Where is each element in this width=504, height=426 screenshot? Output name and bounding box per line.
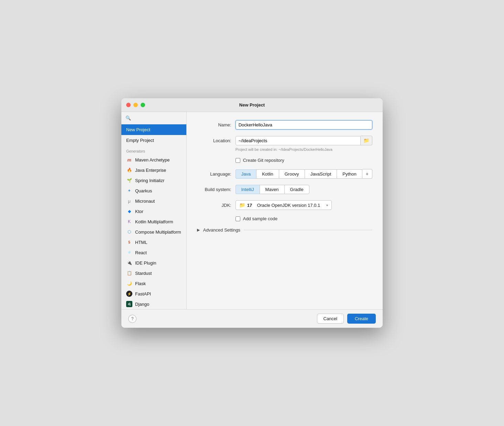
jdk-dropdown[interactable]: 📁 17 Oracle OpenJDK version 17.0.1 ▾ [235, 200, 332, 210]
maven-icon: m [126, 157, 132, 163]
ide-plugin-icon: 🔌 [126, 260, 132, 266]
sidebar-search-area: 🔍 [121, 112, 186, 124]
sidebar: 🔍 New Project Empty Project Generators m… [121, 112, 187, 309]
sidebar-item-new-project[interactable]: New Project [121, 124, 186, 135]
dialog-body: 🔍 New Project Empty Project Generators m… [121, 112, 383, 309]
footer-actions: Cancel Create [317, 314, 376, 324]
sidebar-item-kotlin-multiplatform[interactable]: K Kotlin Multiplatform [121, 216, 186, 227]
dialog-footer: ? Cancel Create [121, 309, 383, 328]
search-icon: 🔍 [125, 115, 131, 121]
language-python-button[interactable]: Python [337, 169, 362, 179]
new-project-dialog: New Project 🔍 New Project Empty Project … [121, 98, 383, 328]
create-git-row: Create Git repository [235, 158, 372, 163]
sidebar-item-maven-archetype[interactable]: m Maven Archetype [121, 155, 186, 165]
stardust-icon: 📋 [126, 270, 132, 276]
main-panel: Name: Location: 📁 Project will be cre [187, 112, 383, 309]
sidebar-item-compose-multiplatform[interactable]: ⬡ Compose Multiplatform [121, 227, 186, 237]
sidebar-item-ktor[interactable]: ◆ Ktor [121, 206, 186, 216]
advanced-settings-section: ▶ Advanced Settings [197, 227, 372, 233]
micronaut-icon: μ [126, 198, 132, 204]
create-git-label[interactable]: Create Git repository [243, 158, 284, 163]
location-input[interactable] [235, 136, 361, 145]
location-wrap: 📁 [235, 136, 372, 145]
quarkus-icon: ✦ [126, 188, 132, 194]
jdk-label: JDK: [197, 203, 231, 208]
language-groovy-button[interactable]: Groovy [279, 169, 305, 179]
react-icon: ⚛ [126, 249, 132, 256]
name-row: Name: [197, 120, 372, 130]
location-section: Location: 📁 Project will be created in: … [197, 136, 372, 152]
help-icon: ? [131, 316, 134, 321]
sidebar-item-fastapi[interactable]: ⚡ FastAPI [121, 289, 186, 299]
location-label: Location: [197, 138, 231, 143]
sidebar-item-django[interactable]: dj Django [121, 299, 186, 309]
maximize-button[interactable] [141, 103, 145, 107]
advanced-divider-line [244, 230, 372, 230]
build-system-button-group: IntelliJ Maven Gradle [235, 185, 309, 194]
sidebar-item-spring-initializr[interactable]: 🌱 Spring Initializr [121, 175, 186, 186]
browse-folder-button[interactable]: 📁 [361, 136, 372, 145]
chevron-down-icon: ▾ [326, 203, 328, 207]
kotlin-mp-icon: K [126, 218, 132, 225]
ktor-icon: ◆ [126, 208, 132, 214]
java-enterprise-icon: 🔥 [126, 167, 132, 173]
sidebar-item-ide-plugin[interactable]: 🔌 IDE Plugin [121, 258, 186, 268]
folder-icon: 📁 [363, 138, 369, 143]
compose-icon: ⬡ [126, 229, 132, 235]
advanced-settings-label[interactable]: Advanced Settings [203, 227, 240, 233]
language-kotlin-button[interactable]: Kotlin [256, 169, 279, 179]
build-gradle-button[interactable]: Gradle [284, 185, 309, 194]
sidebar-item-empty-project[interactable]: Empty Project [121, 135, 186, 146]
language-row: Language: Java Kotlin Groovy JavaScript … [197, 169, 372, 179]
build-system-label: Build system: [197, 187, 231, 192]
sidebar-item-java-enterprise[interactable]: 🔥 Java Enterprise [121, 165, 186, 175]
sidebar-item-html[interactable]: 5 HTML [121, 237, 186, 247]
window-controls [126, 103, 145, 107]
add-sample-code-row: Add sample code [235, 216, 372, 221]
build-intellij-button[interactable]: IntelliJ [235, 185, 260, 194]
html-icon: 5 [126, 239, 132, 245]
name-input[interactable] [235, 120, 372, 130]
django-icon: dj [126, 301, 132, 307]
minimize-button[interactable] [133, 103, 138, 107]
flask-icon: 🌙 [126, 280, 132, 287]
jdk-row: JDK: 📁 17 Oracle OpenJDK version 17.0.1 … [197, 200, 372, 210]
build-system-row: Build system: IntelliJ Maven Gradle [197, 185, 372, 194]
project-path-hint: Project will be created in: ~/IdeaProjec… [235, 147, 372, 152]
language-java-button[interactable]: Java [235, 169, 256, 179]
create-git-checkbox[interactable] [235, 158, 240, 163]
advanced-chevron-icon[interactable]: ▶ [197, 228, 200, 232]
sidebar-item-flask[interactable]: 🌙 Flask [121, 278, 186, 289]
create-button[interactable]: Create [347, 314, 376, 324]
language-label: Language: [197, 171, 231, 177]
language-button-group: Java Kotlin Groovy JavaScript Python [235, 169, 362, 179]
generators-section-label: Generators [121, 146, 186, 155]
language-javascript-button[interactable]: JavaScript [305, 169, 337, 179]
jdk-select-inner: 📁 17 Oracle OpenJDK version 17.0.1 [239, 202, 320, 208]
footer-left: ? [128, 315, 136, 323]
cancel-button[interactable]: Cancel [317, 314, 344, 324]
add-sample-code-label[interactable]: Add sample code [243, 216, 277, 221]
jdk-folder-icon: 📁 [239, 202, 245, 208]
build-maven-button[interactable]: Maven [260, 185, 284, 194]
help-button[interactable]: ? [128, 315, 136, 323]
jdk-version-text: 17 Oracle OpenJDK version 17.0.1 [247, 203, 320, 208]
title-bar: New Project [121, 98, 383, 112]
name-label: Name: [197, 122, 231, 127]
sidebar-item-quarkus[interactable]: ✦ Quarkus [121, 186, 186, 196]
name-input-wrap [235, 120, 372, 130]
location-row: Location: 📁 [197, 136, 372, 145]
close-button[interactable] [126, 103, 131, 107]
add-sample-code-checkbox[interactable] [235, 216, 240, 221]
add-language-button[interactable]: + [362, 169, 372, 179]
sidebar-item-react[interactable]: ⚛ React [121, 247, 186, 258]
dialog-title: New Project [239, 102, 265, 108]
sidebar-item-stardust[interactable]: 📋 Stardust [121, 268, 186, 278]
language-selector: Java Kotlin Groovy JavaScript Python + [235, 169, 372, 179]
sidebar-item-micronaut[interactable]: μ Micronaut [121, 196, 186, 206]
spring-icon: 🌱 [126, 177, 132, 183]
fastapi-icon: ⚡ [126, 291, 132, 297]
